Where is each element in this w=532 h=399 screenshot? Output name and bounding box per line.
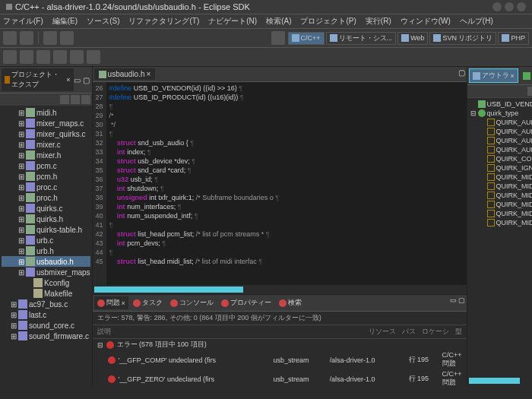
menu-item[interactable]: ウィンドウ(W) bbox=[401, 16, 451, 27]
tree-twisty-icon[interactable]: ⊞ bbox=[17, 141, 26, 149]
tree-item[interactable]: ⊞usbaudio.h bbox=[2, 256, 90, 267]
minimize-view-icon[interactable]: ▭ bbox=[74, 76, 81, 84]
explorer-tab[interactable]: プロジェクト・エクスプ × bbox=[2, 68, 74, 91]
maximize-editor-icon[interactable]: ▢ bbox=[458, 68, 465, 80]
tree-twisty-icon[interactable]: ⊞ bbox=[17, 204, 26, 213]
tree-item[interactable]: ⊞ac97_bus.c bbox=[2, 299, 90, 309]
menu-item[interactable]: 検索(A) bbox=[266, 16, 291, 27]
perspective-button[interactable]: リモート・シス... bbox=[326, 32, 397, 45]
outline-item[interactable]: QUIRK_MIDI_EMAGIC bbox=[469, 191, 532, 200]
column-header[interactable]: パス bbox=[402, 327, 416, 337]
column-header[interactable]: 型 bbox=[455, 327, 462, 337]
perspective-button[interactable]: C/C++ bbox=[288, 32, 325, 45]
tree-twisty-icon[interactable]: ⊞ bbox=[17, 173, 26, 181]
tree-twisty-icon[interactable]: ⊞ bbox=[17, 162, 26, 170]
perspective-button[interactable]: Web bbox=[397, 32, 428, 45]
tree-twisty-icon[interactable]: ⊞ bbox=[17, 183, 26, 192]
tree-twisty-icon[interactable]: ⊞ bbox=[17, 151, 26, 160]
tree-item[interactable]: ⊞mixer.h bbox=[2, 150, 90, 160]
outline-tab[interactable]: アウトラ × bbox=[469, 68, 518, 83]
outline-item[interactable]: QUIRK_MIDI_AKAI bbox=[469, 173, 532, 182]
outline-item[interactable]: QUIRK_AUDIO_STAN bbox=[469, 145, 532, 154]
column-header[interactable]: リソース bbox=[369, 327, 396, 337]
tree-item[interactable]: ⊞quirks.h bbox=[2, 214, 90, 224]
tree-twisty-icon[interactable]: ⊞ bbox=[17, 215, 26, 223]
horizontal-scrollbar[interactable] bbox=[469, 378, 521, 384]
problems-list[interactable]: ⊟エラー (578 項目中 100 項目)'__GFP_COMP' undecl… bbox=[93, 339, 467, 385]
tree-item[interactable]: ⊞sound_firmware.c bbox=[2, 331, 90, 341]
outline-item[interactable]: QUIRK_COMPOSITE bbox=[469, 154, 532, 163]
tree-item[interactable]: ⊞urb.c bbox=[2, 235, 90, 245]
bottom-tab[interactable]: 検索 bbox=[276, 296, 305, 309]
bottom-tab[interactable]: 問題 × bbox=[94, 296, 128, 309]
run-icon[interactable] bbox=[20, 50, 33, 64]
maximize-view-icon[interactable]: ▢ bbox=[83, 76, 90, 84]
outline-item[interactable]: QUIRK_AUDIO_ALIGN bbox=[469, 118, 532, 127]
tree-twisty-icon[interactable]: ⊞ bbox=[17, 119, 26, 128]
column-header[interactable]: ロケーシ bbox=[422, 327, 449, 337]
outline-tree[interactable]: USB_ID_VENDOR⊟quirk_typeQUIRK_AUDIO_ALIG… bbox=[467, 98, 532, 376]
tree-twisty-icon[interactable]: ⊞ bbox=[9, 332, 18, 340]
debug-icon[interactable] bbox=[3, 50, 17, 64]
tree-item[interactable]: ⊞urb.h bbox=[2, 245, 90, 256]
column-header[interactable]: 説明 bbox=[97, 327, 363, 337]
tree-item[interactable]: ⊞mixer_quirks.c bbox=[2, 128, 90, 139]
tree-twisty-icon[interactable]: ⊞ bbox=[17, 130, 26, 138]
hammer-icon[interactable] bbox=[60, 31, 74, 45]
tree-twisty-icon[interactable]: ⊞ bbox=[17, 236, 26, 245]
tree-item[interactable]: ⊞quirks.c bbox=[2, 203, 90, 214]
maximize-button[interactable] bbox=[505, 2, 514, 11]
menu-item[interactable]: リファクタリング(T) bbox=[128, 16, 199, 27]
problem-row[interactable]: '__GFP_COMP' undeclared (firsusb_stream/… bbox=[93, 350, 467, 369]
tree-item[interactable]: ⊞proc.h bbox=[2, 192, 90, 203]
perspective-switcher-icon[interactable] bbox=[271, 31, 285, 45]
close-button[interactable] bbox=[517, 2, 526, 11]
horizontal-scrollbar[interactable] bbox=[94, 287, 244, 293]
tree-item[interactable]: ⊞last.c bbox=[2, 309, 90, 320]
tree-twisty-icon[interactable]: ⊞ bbox=[17, 226, 26, 234]
menu-item[interactable]: 実行(R) bbox=[366, 16, 391, 27]
perspective-button[interactable]: PHP bbox=[498, 32, 529, 45]
menu-item[interactable]: ヘルプ(H) bbox=[460, 16, 493, 27]
tree-item[interactable]: ⊞sound_core.c bbox=[2, 320, 90, 331]
make-tab[interactable]: Make bbox=[520, 68, 532, 83]
tree-item[interactable]: ⊞pcm.c bbox=[2, 160, 90, 171]
outline-item[interactable]: QUIRK_IGNORE_INTE bbox=[469, 163, 532, 173]
outline-item[interactable]: QUIRK_MIDI_FIXED_ bbox=[469, 200, 532, 209]
tree-item[interactable]: ⊞quirks-table.h bbox=[2, 224, 90, 235]
maximize-view-icon[interactable]: ▢ bbox=[458, 296, 465, 309]
menu-item[interactable]: ファイル(F) bbox=[3, 16, 43, 27]
new-icon[interactable] bbox=[3, 31, 17, 45]
menu-item[interactable]: ナビゲート(N) bbox=[208, 16, 257, 27]
tree-item[interactable]: ⊞midi.h bbox=[2, 107, 90, 118]
tree-twisty-icon[interactable]: ⊞ bbox=[17, 247, 26, 255]
nav-fwd-icon[interactable] bbox=[87, 50, 100, 64]
outline-item[interactable]: QUIRK_AUDIO_FIXED bbox=[469, 136, 532, 145]
save-icon[interactable] bbox=[20, 31, 33, 45]
search-icon[interactable] bbox=[36, 50, 50, 64]
tree-twisty-icon[interactable]: ⊞ bbox=[9, 321, 18, 330]
outline-item[interactable]: QUIRK_MIDI_NOVATI bbox=[469, 218, 532, 227]
bottom-tab[interactable]: タスク bbox=[130, 296, 166, 309]
bottom-tab[interactable]: コンソール bbox=[167, 296, 217, 309]
tree-twisty-icon[interactable]: ⊞ bbox=[17, 268, 26, 277]
open-type-icon[interactable] bbox=[53, 50, 67, 64]
nav-back-icon[interactable] bbox=[70, 50, 84, 64]
outline-item[interactable]: ⊟quirk_type bbox=[469, 109, 532, 118]
minimize-button[interactable] bbox=[492, 2, 502, 11]
outline-item[interactable]: QUIRK_AUDIO_EDIRO bbox=[469, 127, 532, 136]
tree-item[interactable]: ⊞mixer.c bbox=[2, 139, 90, 150]
close-icon[interactable]: × bbox=[122, 299, 125, 307]
build-icon[interactable] bbox=[43, 31, 57, 45]
code-content[interactable]: #define USB_ID_VENDOR(id) ((id) >> 16) ¶… bbox=[106, 82, 467, 285]
outline-item[interactable]: QUIRK_MIDI_CME bbox=[469, 182, 532, 191]
problem-row[interactable]: '__GFP_ZERO' undeclared (firsusb_stream/… bbox=[93, 369, 467, 385]
close-icon[interactable]: × bbox=[147, 70, 151, 78]
tree-item[interactable]: ⊞usbmixer_maps bbox=[2, 267, 90, 277]
tree-twisty-icon[interactable]: ⊞ bbox=[9, 300, 18, 309]
error-group[interactable]: ⊟エラー (578 項目中 100 項目) bbox=[93, 339, 467, 350]
close-icon[interactable]: × bbox=[66, 76, 70, 84]
outline-item[interactable]: QUIRK_MIDI_MIDIMA bbox=[469, 209, 532, 218]
link-icon[interactable] bbox=[71, 95, 80, 104]
tree-item[interactable]: ⊞pcm.h bbox=[2, 171, 90, 182]
